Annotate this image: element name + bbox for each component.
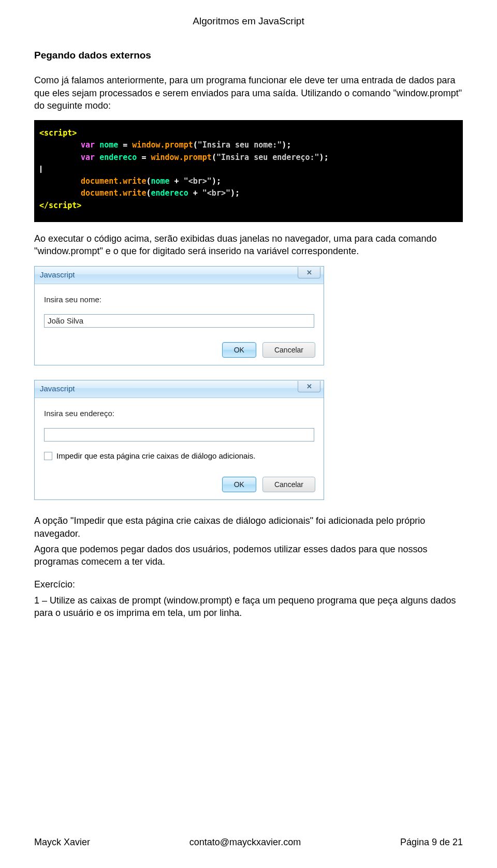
footer-email: contato@mayckxavier.com xyxy=(189,836,301,848)
code-token: ; xyxy=(235,188,240,198)
code-token: ; xyxy=(324,153,329,162)
exercise-label: Exercício: xyxy=(34,578,463,591)
code-token: var xyxy=(81,140,95,150)
exercise-text: 1 – Utilize as caixas de prompt (window.… xyxy=(34,594,463,620)
code-token: window.prompt xyxy=(132,140,193,150)
ok-button[interactable]: OK xyxy=(222,477,256,492)
dialog-label: Insira seu endereço: xyxy=(44,408,314,419)
code-token: </ xyxy=(39,201,49,210)
code-token: > xyxy=(72,128,77,138)
code-token: ; xyxy=(216,176,221,186)
prompt-dialog-endereco: Javascript ✕ Insira seu endereço: Impedi… xyxy=(34,380,324,501)
code-token: + xyxy=(188,188,202,198)
footer-author: Mayck Xavier xyxy=(34,836,90,848)
code-token: ; xyxy=(286,140,291,150)
suppress-dialogs-label: Impedir que esta página crie caixas de d… xyxy=(56,451,255,461)
code-token: ( xyxy=(193,140,198,150)
dialog-titlebar[interactable]: Javascript ✕ xyxy=(35,380,324,398)
code-editor: <script> var nome = window.prompt("Insir… xyxy=(34,120,463,222)
code-token: = xyxy=(137,153,151,162)
code-token: window.prompt xyxy=(151,153,211,162)
dialog-input-endereco[interactable] xyxy=(44,428,314,442)
code-token: "<br>" xyxy=(202,188,230,198)
code-token: > xyxy=(77,201,81,210)
paragraph-intro: Como já falamos anteriormente, para um p… xyxy=(34,74,463,112)
dialog-title: Javascript xyxy=(40,270,75,280)
section-heading: Pegando dados externos xyxy=(34,49,463,62)
code-token: document.write xyxy=(81,176,146,186)
close-button[interactable]: ✕ xyxy=(298,381,320,392)
suppress-dialogs-checkbox[interactable] xyxy=(44,452,52,460)
close-icon: ✕ xyxy=(306,268,312,277)
code-token: endereco xyxy=(151,188,188,198)
cursor-icon xyxy=(40,166,41,173)
code-token: "<br>" xyxy=(184,176,212,186)
paragraph-after-code: Ao executar o código acima, serão exibid… xyxy=(34,232,463,258)
close-button[interactable]: ✕ xyxy=(298,267,320,278)
code-token: < xyxy=(39,128,44,138)
page-footer: Mayck Xavier contato@mayckxavier.com Pág… xyxy=(34,836,463,848)
code-token: script xyxy=(49,201,77,210)
prompt-dialog-nome: Javascript ✕ Insira seu nome: OK Cancela… xyxy=(34,266,324,365)
code-token: ) xyxy=(319,153,324,162)
ok-button[interactable]: OK xyxy=(222,342,256,358)
cancel-button[interactable]: Cancelar xyxy=(262,342,315,358)
code-token: script xyxy=(44,128,72,138)
code-token: nome xyxy=(99,140,118,150)
code-token: endereco xyxy=(99,153,137,162)
code-token: nome xyxy=(151,176,169,186)
paragraph-option-note: A opção "Impedir que esta página crie ca… xyxy=(34,514,463,540)
code-token: + xyxy=(170,176,184,186)
doc-title: Algoritmos em JavaScript xyxy=(34,14,463,28)
close-icon: ✕ xyxy=(306,382,312,391)
paragraph-usage: Agora que podemos pegar dados dos usuári… xyxy=(34,543,463,568)
code-token: = xyxy=(118,140,132,150)
dialog-titlebar[interactable]: Javascript ✕ xyxy=(35,267,324,284)
dialog-input-nome[interactable] xyxy=(44,314,314,328)
dialog-title: Javascript xyxy=(40,384,75,394)
code-token: "Insira seu endereço:" xyxy=(216,153,319,162)
dialog-label: Insira seu nome: xyxy=(44,295,314,305)
code-token: var xyxy=(81,153,95,162)
cancel-button[interactable]: Cancelar xyxy=(262,477,315,492)
code-token: ) xyxy=(230,188,235,198)
footer-page: Página 9 de 21 xyxy=(400,836,463,848)
code-token: document.write xyxy=(81,188,146,198)
code-token: ) xyxy=(212,176,216,186)
code-token: ( xyxy=(212,153,216,162)
code-token: "Insira seu nome:" xyxy=(198,140,282,150)
